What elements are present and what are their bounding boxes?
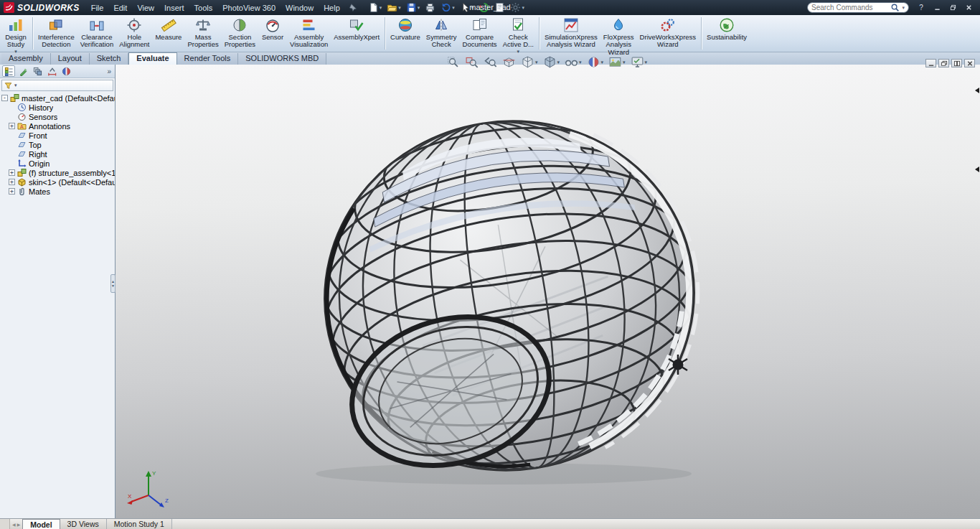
tab-sketch[interactable]: Sketch: [90, 53, 129, 65]
dropdown-arrow-icon[interactable]: ▾: [522, 5, 524, 11]
menu-edit[interactable]: Edit: [108, 1, 132, 14]
undo-button[interactable]: ▾: [438, 1, 457, 14]
options-button[interactable]: ▾: [508, 1, 527, 14]
measure-button[interactable]: Measure: [152, 16, 184, 51]
doc-close-button[interactable]: [964, 59, 975, 67]
tab-layout[interactable]: Layout: [51, 53, 90, 65]
tree-filter-row[interactable]: ▾: [1, 80, 113, 91]
menu-tools[interactable]: Tools: [189, 1, 218, 14]
sustainability-button[interactable]: Sustainability: [704, 16, 750, 51]
graphics-viewport[interactable]: Y X Z: [116, 65, 980, 518]
tree-item-master-cad[interactable]: -master_cad (Default<Default_Disp: [0, 93, 115, 103]
tab-assembly[interactable]: Assembly: [1, 53, 51, 65]
tree-expander-icon[interactable]: +: [9, 188, 15, 195]
print-button[interactable]: [423, 1, 438, 14]
driveworksxpress-wizard-button[interactable]: DriveWorksXpress Wizard: [637, 16, 699, 51]
panel-splitter-handle[interactable]: ▲▼: [110, 274, 116, 293]
tree-expander-icon[interactable]: +: [9, 179, 15, 185]
zoom-area-button[interactable]: [465, 55, 479, 69]
tree-item-right[interactable]: Right: [0, 149, 115, 159]
tree-item-front[interactable]: Front: [0, 131, 115, 140]
panel-tab-propertymanager[interactable]: [17, 65, 29, 77]
doc-restore-button[interactable]: [938, 59, 949, 67]
tab-scroll-buttons[interactable]: ◀▶: [10, 519, 22, 529]
curvature-button[interactable]: Curvature: [387, 16, 423, 51]
tree-item-history[interactable]: History: [0, 103, 115, 112]
tree-item-sensors[interactable]: Sensors: [0, 112, 115, 121]
new-document-button[interactable]: ▾: [366, 1, 385, 14]
tree-item-f[interactable]: +(f) structure_assembly<1> (Defau: [0, 168, 115, 177]
dropdown-arrow-icon[interactable]: ▾: [452, 5, 455, 11]
tree-item-skin-1[interactable]: +skin<1> (Default<<Default>_P: [0, 177, 115, 187]
tree-expander-icon[interactable]: +: [9, 123, 15, 129]
tab-solidworks-mbd[interactable]: SOLIDWORKS MBD: [238, 53, 326, 65]
dropdown-arrow-icon[interactable]: ▾: [517, 49, 520, 54]
symmetry-check-button[interactable]: Symmetry Check: [423, 16, 460, 51]
search-dropdown-arrow-icon[interactable]: ▾: [902, 5, 905, 11]
close-button[interactable]: [961, 2, 976, 13]
doc-tile-button[interactable]: [951, 59, 962, 67]
hide-show-items-button[interactable]: ▾: [565, 55, 582, 69]
minimize-button[interactable]: [930, 2, 944, 13]
zoom-fit-button[interactable]: [446, 55, 460, 69]
dropdown-arrow-icon[interactable]: ▾: [579, 60, 582, 65]
menu-file[interactable]: File: [86, 1, 109, 14]
clearance-verification-button[interactable]: Clearance Verification: [77, 16, 116, 51]
right-scroll-arrow-top[interactable]: [975, 88, 979, 93]
save-button[interactable]: ▾: [404, 1, 423, 14]
search-icon[interactable]: [891, 4, 899, 11]
search-commands-box[interactable]: ▾: [807, 2, 909, 13]
model-3d-assembly[interactable]: [316, 116, 710, 486]
tree-expander-icon[interactable]: +: [9, 169, 15, 176]
previous-view-button[interactable]: [484, 55, 497, 69]
tree-expander-icon[interactable]: -: [1, 95, 8, 101]
menu-window[interactable]: Window: [281, 1, 319, 14]
panel-tab-featuremanager[interactable]: [2, 65, 15, 77]
section-properties-button[interactable]: Section Properties: [222, 16, 258, 51]
panel-tab-configurationmanager[interactable]: [31, 65, 44, 77]
view-settings-button[interactable]: ▾: [631, 55, 648, 69]
menu-help[interactable]: Help: [319, 1, 345, 14]
pushpin-icon[interactable]: [348, 3, 357, 12]
design-study-button[interactable]: Design Study▾: [1, 16, 30, 51]
apply-scene-button[interactable]: ▾: [608, 55, 626, 69]
bottom-tab-motion-study-1[interactable]: Motion Study 1: [107, 519, 172, 529]
assembly-visualization-button[interactable]: Assembly Visualization: [287, 16, 331, 51]
menu-view[interactable]: View: [132, 1, 159, 14]
bottom-tab-model[interactable]: Model: [22, 519, 60, 529]
interference-detection-button[interactable]: Interference Detection: [35, 16, 77, 51]
menu-photoview-360[interactable]: PhotoView 360: [217, 1, 281, 14]
dropdown-arrow-icon[interactable]: ▾: [557, 60, 560, 65]
edit-appearance-button[interactable]: ▾: [587, 55, 604, 69]
search-input[interactable]: [811, 4, 889, 11]
tab-render-tools[interactable]: Render Tools: [177, 53, 239, 65]
doc-minimize-button[interactable]: [925, 59, 936, 67]
display-style-button[interactable]: ▾: [542, 55, 560, 69]
right-scroll-arrow-bottom[interactable]: [975, 167, 979, 172]
open-button[interactable]: ▾: [385, 1, 403, 14]
hole-alignment-button[interactable]: Hole Alignment: [116, 16, 152, 51]
panel-tab-displaymanager[interactable]: [60, 65, 72, 77]
tab-evaluate[interactable]: Evaluate: [128, 52, 176, 65]
view-orientation-button[interactable]: ▾: [521, 55, 538, 69]
dropdown-arrow-icon[interactable]: ▾: [380, 5, 382, 11]
dropdown-arrow-icon[interactable]: ▾: [398, 5, 401, 11]
check-active-d-button[interactable]: Check Active D...▾: [500, 16, 537, 51]
panel-tabs-overflow[interactable]: »: [105, 67, 113, 75]
compare-documents-button[interactable]: Compare Documents: [460, 16, 500, 51]
mass-properties-button[interactable]: Mass Properties: [184, 16, 221, 51]
panel-tab-dimxpertmanager[interactable]: [45, 65, 58, 77]
dropdown-arrow-icon[interactable]: ▾: [418, 5, 420, 11]
dropdown-arrow-icon[interactable]: ▾: [14, 49, 17, 54]
floxpress-analysis-wizard-button[interactable]: FloXpress Analysis Wizard: [600, 16, 637, 51]
filter-dropdown-arrow-icon[interactable]: ▾: [14, 83, 17, 88]
tree-item-annotations[interactable]: +AAnnotations: [0, 121, 115, 131]
sensor-button[interactable]: Sensor: [258, 16, 287, 51]
section-view-button[interactable]: [502, 55, 516, 69]
menu-insert[interactable]: Insert: [159, 1, 189, 14]
tree-item-origin[interactable]: Origin: [0, 159, 115, 168]
restore-button[interactable]: [946, 2, 960, 13]
dropdown-arrow-icon[interactable]: ▾: [623, 60, 626, 65]
assemblyxpert-button[interactable]: AssemblyXpert: [331, 16, 382, 51]
help-button[interactable]: ?: [914, 2, 928, 13]
